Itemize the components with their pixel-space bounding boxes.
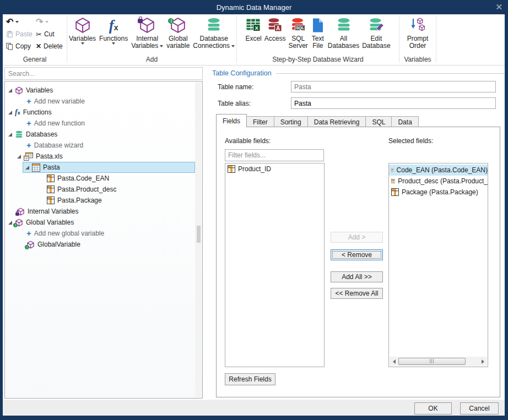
sql-server-button[interactable]: SQL SQL Server (287, 15, 309, 50)
tab-filter[interactable]: Filter (247, 116, 274, 127)
field-icon (47, 174, 55, 182)
tree-item-global-variables[interactable]: Global Variables (5, 217, 202, 228)
scrollbar-track[interactable] (398, 357, 478, 366)
paste-icon (6, 30, 13, 38)
expander-icon[interactable] (8, 133, 12, 137)
list-item[interactable]: Code_EAN (Pasta.Code_EAN) (389, 165, 488, 176)
field-icon (228, 165, 235, 173)
internal-variables-button[interactable]: Internal Variables (130, 15, 164, 50)
tree-item-pasta-code-ean[interactable]: Pasta.Code_EAN (5, 173, 202, 184)
tree-item-pasta-xls[interactable]: Pasta.xls (5, 151, 202, 162)
delete-button[interactable]: ✕ Delete (35, 40, 69, 52)
window-title: Dynamic Data Manager (217, 3, 292, 12)
tab-sorting[interactable]: Sorting (274, 116, 308, 127)
paste-button[interactable]: Paste (5, 28, 35, 40)
tab-data-retrieving[interactable]: Data Retrieving (308, 116, 366, 127)
tree-item-globalvariable[interactable]: GlobalVariable (5, 239, 202, 250)
database-connections-button[interactable]: Database Connections (192, 15, 236, 50)
cancel-button[interactable]: Cancel (460, 402, 499, 414)
tree-item-databases[interactable]: Databases (5, 129, 202, 140)
chevron-down-icon (112, 42, 115, 45)
remove-all-button[interactable]: << Remove All (331, 288, 383, 299)
expander-icon[interactable] (25, 166, 29, 170)
close-icon[interactable]: ✕ (495, 2, 502, 12)
table-name-input[interactable] (291, 81, 496, 92)
text-file-button[interactable]: Text File (310, 15, 326, 50)
list-item[interactable]: Product_desc (Pasta.Product_ (389, 176, 488, 187)
undo-button[interactable]: ↶ (5, 16, 35, 28)
excel-button[interactable]: X Excel (244, 15, 262, 43)
globe-icon (25, 245, 29, 249)
list-item[interactable]: Product_ID (225, 163, 324, 174)
search-input[interactable] (4, 67, 203, 80)
variables-button[interactable]: Variables (68, 15, 97, 45)
text-file-icon (311, 15, 325, 35)
redo-icon: ↷ (36, 18, 43, 26)
cut-button[interactable]: ✂ Cut (35, 28, 69, 40)
access-button[interactable]: A Access (263, 15, 287, 43)
available-fields-list[interactable]: Product_ID (225, 163, 325, 367)
globe-icon (13, 223, 18, 227)
chevron-down-icon (81, 42, 84, 45)
filter-fields-input[interactable] (225, 149, 324, 161)
plus-icon: + (26, 230, 31, 237)
expander-icon[interactable] (8, 89, 12, 92)
right-arrow-icon (482, 359, 484, 364)
cube-globe-icon (26, 241, 35, 249)
tree-item-pasta-package[interactable]: Pasta.Package (5, 195, 202, 206)
edit-database-button[interactable]: Edit Database (361, 15, 391, 50)
excel-file-icon (24, 152, 33, 161)
selected-fields-label: Selected fields: (388, 137, 433, 145)
scrollbar-thumb[interactable] (398, 358, 466, 365)
remove-button[interactable]: < Remove (331, 249, 383, 260)
undo-icon: ↶ (6, 18, 13, 26)
tree-item-functions[interactable]: fx Functions (5, 107, 202, 118)
prompt-order-button[interactable]: Prompt Order (406, 15, 430, 50)
tree-item-variables[interactable]: Variables (5, 85, 202, 96)
expander-icon[interactable] (8, 221, 12, 225)
tree-item-database-wizard[interactable]: + Database wizard (5, 140, 202, 151)
scroll-left-arrow[interactable] (390, 357, 398, 366)
svg-text:A: A (276, 25, 280, 31)
table-config-tabs: Fields Filter Sorting Data Retrieving SQ… (216, 114, 419, 127)
available-fields-label: Available fields: (225, 137, 271, 145)
ribbon-separator (436, 17, 436, 63)
tree-item-add-new-variable[interactable]: + Add new variable (5, 96, 202, 107)
table-alias-input[interactable] (291, 97, 496, 109)
list-item[interactable]: Package (Pasta.Package) (389, 187, 488, 198)
tree-item-pasta-product-desc[interactable]: Pasta.Product_desc (5, 184, 202, 195)
selected-fields-list[interactable]: Code_EAN (Pasta.Code_EAN) Product_desc (… (388, 163, 488, 367)
global-variable-button[interactable]: Global variable (165, 15, 191, 50)
horizontal-scrollbar[interactable] (390, 357, 487, 366)
tab-fields[interactable]: Fields (216, 114, 247, 127)
tree-item-add-new-function[interactable]: + Add new function (5, 118, 202, 129)
tree-item-pasta[interactable]: Pasta (23, 162, 195, 173)
expander-icon[interactable] (8, 111, 12, 114)
functions-button[interactable]: fx Functions (98, 15, 129, 45)
refresh-fields-button[interactable]: Refresh Fields (225, 373, 275, 385)
tree-item-add-new-global-variable[interactable]: + Add new global variable (5, 228, 202, 239)
prompt-order-icon (409, 15, 426, 35)
svg-text:SQL: SQL (296, 26, 304, 30)
tree-scrollbar[interactable] (195, 82, 202, 397)
group-label-add: Add (67, 56, 236, 65)
ok-button[interactable]: OK (414, 402, 452, 414)
add-all-button[interactable]: Add All >> (331, 271, 383, 282)
dynamic-data-manager-window: Dynamic Data Manager ✕ ↶ ↷ (0, 0, 508, 420)
scroll-right-arrow[interactable] (478, 357, 487, 366)
group-label-wizard: Step-by-Step Database Wizard (237, 56, 399, 65)
expander-icon[interactable] (17, 155, 21, 159)
data-source-tree: Variables + Add new variable fx Function… (4, 81, 203, 399)
tree-scrollbar-thumb[interactable] (197, 226, 201, 243)
delete-x-icon: ✕ (36, 42, 41, 50)
tab-sql[interactable]: SQL (366, 116, 392, 127)
field-icon (391, 177, 395, 185)
redo-button[interactable]: ↷ (35, 16, 69, 28)
tab-data[interactable]: Data (392, 116, 418, 127)
all-databases-button[interactable]: All Databases (327, 15, 360, 50)
tree-item-internal-variables[interactable]: Internal Variables (5, 206, 202, 217)
field-icon (47, 197, 55, 204)
copy-button[interactable]: Copy (5, 40, 35, 52)
ribbon-group-wizard: X Excel A Access SQL SQL (237, 14, 399, 65)
add-button[interactable]: Add > (331, 232, 383, 243)
